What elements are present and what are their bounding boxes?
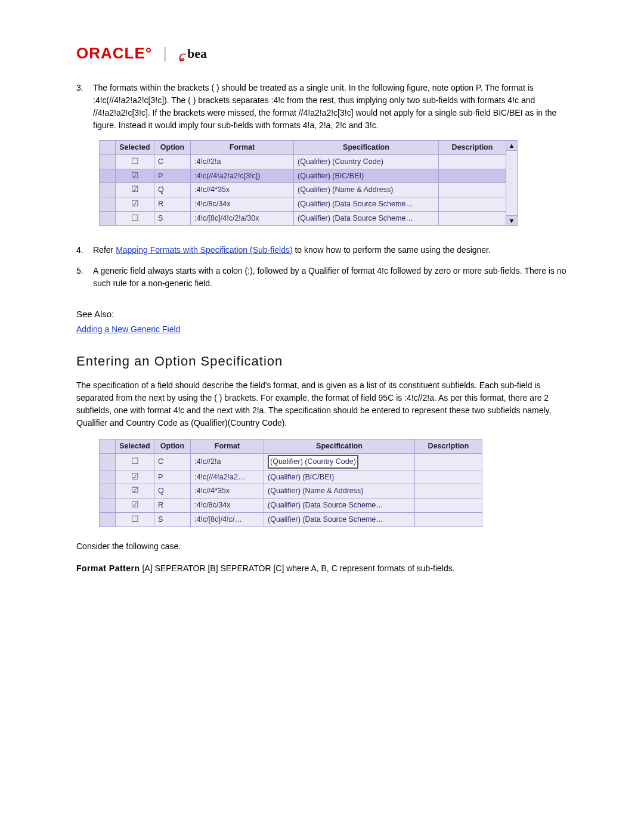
format-table-2[interactable]: Selected Option Format Specification Des… (99, 439, 482, 527)
description-cell[interactable] (439, 183, 506, 197)
format-cell[interactable]: :4!c/[8c]/4!c/2!a/30x (191, 211, 294, 225)
description-cell[interactable] (415, 470, 482, 484)
option-cell[interactable]: R (154, 197, 191, 212)
table-row[interactable]: R:4!c/8c/34x(Qualifier) (Data Source Sch… (100, 498, 482, 513)
list-text: The formats within the brackets ( ) shou… (93, 82, 568, 132)
format-cell[interactable]: :4!c//4*35x (191, 183, 294, 197)
format-cell[interactable]: :4!c/8c/34x (191, 498, 264, 513)
option-cell[interactable]: S (154, 512, 191, 527)
specification-cell[interactable]: (Qualifier) (BIC/BEI) (264, 470, 415, 484)
table-1-scrollbar[interactable]: ▲ ▼ (506, 140, 518, 226)
selected-checkbox[interactable] (116, 197, 154, 212)
selected-checkbox[interactable] (116, 470, 154, 484)
row-header-cell (100, 498, 116, 513)
format-cell[interactable]: :4!c/[8c]/4!c/… (191, 512, 264, 527)
col-description: Description (439, 141, 506, 155)
specification-cell[interactable]: (Qualifier) (Data Source Scheme… (294, 211, 439, 225)
consider-text: Consider the following case. (76, 540, 568, 553)
specification-cell[interactable]: (Qualifier) (Data Source Scheme… (264, 512, 415, 527)
selected-checkbox[interactable] (116, 183, 154, 197)
selected-checkbox[interactable] (116, 512, 154, 527)
oracle-logo: ORACLE° (76, 42, 152, 65)
option-cell[interactable]: Q (154, 183, 191, 197)
list-text: Refer Mapping Formats with Specification… (93, 244, 568, 256)
table-row[interactable]: S:4!c/[8c]/4!c/…(Qualifier) (Data Source… (100, 512, 482, 527)
specification-cell[interactable]: (Qualifier) (Name & Address) (294, 183, 439, 197)
table-row[interactable]: C:4!c//2!a(Qualifier) (Country Code) (100, 154, 506, 169)
col-rowheader (100, 141, 116, 155)
list-text: A generic field always starts with a col… (93, 265, 568, 290)
swoosh-icon: ɕ (178, 50, 185, 63)
col-format: Format (191, 439, 264, 454)
row-header-cell (100, 453, 116, 470)
selected-checkbox[interactable] (116, 211, 154, 225)
table-row[interactable]: R:4!c/8c/34x(Qualifier) (Data Source Sch… (100, 197, 506, 212)
col-specification: Specification (294, 141, 439, 155)
table-row[interactable]: P:4!c(//4!a2!a2!c[3!c])(Qualifier) (BIC/… (100, 169, 506, 183)
description-cell[interactable] (439, 211, 506, 225)
description-cell[interactable] (439, 197, 506, 212)
option-cell[interactable]: P (154, 169, 191, 183)
table-row[interactable]: P:4!c(//4!a2!a2…(Qualifier) (BIC/BEI) (100, 470, 482, 484)
option-cell[interactable]: C (154, 453, 191, 470)
selected-checkbox[interactable] (116, 498, 154, 513)
scroll-up-icon[interactable]: ▲ (506, 141, 517, 151)
table-row[interactable]: S:4!c/[8c]/4!c/2!a/30x(Qualifier) (Data … (100, 211, 506, 225)
row-header-cell (100, 154, 116, 169)
col-selected: Selected (116, 141, 154, 155)
option-cell[interactable]: Q (154, 484, 191, 498)
list-item-3: 3. The formats within the brackets ( ) s… (76, 82, 568, 132)
table-row[interactable]: Q:4!c//4*35x(Qualifier) (Name & Address) (100, 484, 482, 498)
section-paragraph: The specification of a field should desc… (76, 379, 568, 429)
specification-cell[interactable]: (Qualifier) (Country Code) (294, 154, 439, 169)
scroll-down-icon[interactable]: ▼ (506, 215, 517, 225)
row-header-cell (100, 211, 116, 225)
description-cell[interactable] (439, 154, 506, 169)
selected-checkbox[interactable] (116, 169, 154, 183)
mapping-formats-link[interactable]: Mapping Formats with Specification (Sub-… (116, 245, 292, 255)
format-cell[interactable]: :4!c(//4!a2!a2… (191, 470, 264, 484)
specification-cell[interactable]: (Qualifier) (BIC/BEI) (294, 169, 439, 183)
format-cell[interactable]: :4!c(//4!a2!a2!c[3!c]) (191, 169, 294, 183)
option-cell[interactable]: P (154, 470, 191, 484)
format-cell[interactable]: :4!c//4*35x (191, 484, 264, 498)
list-item-5: 5. A generic field always starts with a … (76, 265, 568, 290)
format-pattern-value: [A] SEPERATOR [B] SEPERATOR [C] where A,… (140, 563, 455, 573)
selected-checkbox[interactable] (116, 154, 154, 169)
adding-generic-field-link[interactable]: Adding a New Generic Field (76, 324, 180, 334)
option-cell[interactable]: C (154, 154, 191, 169)
bea-logo: ɕbea (178, 44, 207, 63)
row-header-cell (100, 183, 116, 197)
format-pattern-line: Format Pattern [A] SEPERATOR [B] SEPERAT… (76, 562, 568, 575)
format-cell[interactable]: :4!c//2!a (191, 154, 294, 169)
document-page: ORACLE° | ɕbea 3. The formats within the… (0, 0, 644, 833)
description-cell[interactable] (415, 484, 482, 498)
col-specification: Specification (264, 439, 415, 454)
col-option: Option (154, 141, 191, 155)
selected-checkbox[interactable] (116, 484, 154, 498)
description-cell[interactable] (415, 498, 482, 513)
table-row[interactable]: C:4!c//2!a(Qualifier) (Country Code) (100, 453, 482, 470)
row-header-cell (100, 484, 116, 498)
option-cell[interactable]: S (154, 211, 191, 225)
row-header-cell (100, 470, 116, 484)
specification-edit-field[interactable]: (Qualifier) (Country Code) (268, 455, 358, 469)
description-cell[interactable] (415, 453, 482, 470)
see-also-label: See Also: (76, 308, 568, 321)
table-row[interactable]: Q:4!c//4*35x(Qualifier) (Name & Address) (100, 183, 506, 197)
option-cell[interactable]: R (154, 498, 191, 513)
specification-cell[interactable]: (Qualifier) (Data Source Scheme… (294, 197, 439, 212)
specification-cell[interactable]: (Qualifier) (Data Source Scheme… (264, 498, 415, 513)
format-cell[interactable]: :4!c//2!a (191, 453, 264, 470)
list-item-4: 4. Refer Mapping Formats with Specificat… (76, 244, 568, 256)
section-heading: Entering an Option Specification (76, 351, 568, 371)
col-rowheader (100, 439, 116, 454)
description-cell[interactable] (415, 512, 482, 527)
format-cell[interactable]: :4!c/8c/34x (191, 197, 294, 212)
format-pattern-label: Format Pattern (76, 563, 140, 573)
selected-checkbox[interactable] (116, 453, 154, 470)
specification-cell[interactable]: (Qualifier) (Name & Address) (264, 484, 415, 498)
description-cell[interactable] (439, 169, 506, 183)
specification-cell[interactable]: (Qualifier) (Country Code) (264, 453, 415, 470)
format-table-1[interactable]: Selected Option Format Specification Des… (99, 140, 506, 226)
